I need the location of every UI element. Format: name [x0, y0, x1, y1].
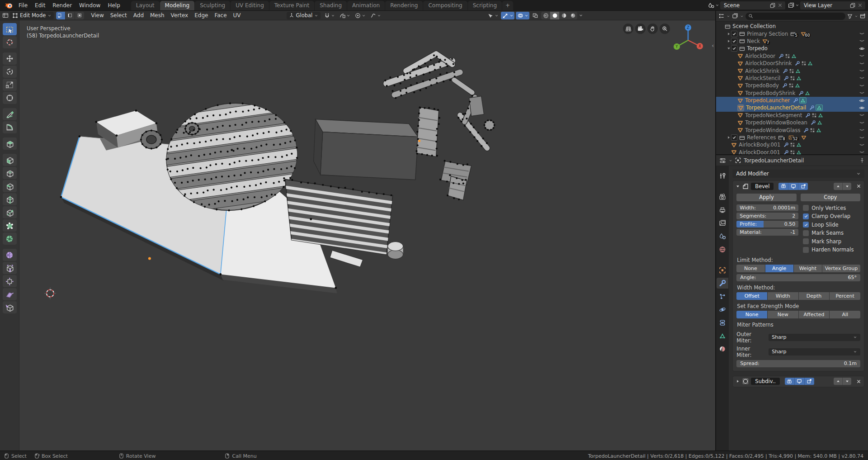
collection-checkbox[interactable] — [731, 31, 737, 37]
wrench-modifier-icon[interactable] — [809, 105, 815, 110]
outliner-search-input[interactable] — [745, 13, 845, 20]
mesh-ring-b[interactable] — [185, 123, 199, 135]
outer-miter-dropdown[interactable]: Sharp — [769, 334, 860, 341]
tool-shrink-fatten[interactable] — [3, 275, 17, 287]
tool-transform[interactable] — [3, 92, 17, 104]
outliner-row[interactable]: AirlockStencil — [716, 75, 868, 82]
mesh-data-icon[interactable] — [795, 68, 801, 74]
modifier-viewport-toggle[interactable] — [795, 378, 805, 385]
hidden-eye-icon[interactable] — [859, 120, 865, 126]
mesh-data-icon[interactable] — [816, 104, 823, 111]
tool-add-cube[interactable] — [3, 138, 17, 150]
workspace-tab-texture-paint[interactable]: Texture Paint — [269, 1, 314, 10]
collection-checkbox[interactable] — [731, 134, 737, 141]
visible-eye-icon[interactable] — [859, 46, 865, 52]
shading-solid-button[interactable] — [550, 12, 559, 19]
properties-tab-physics[interactable] — [717, 304, 728, 315]
tool-loop-cut[interactable] — [3, 193, 17, 205]
outliner-row[interactable]: Torpedo — [716, 45, 868, 52]
new-collection-icon[interactable] — [860, 13, 866, 19]
properties-tab-tool[interactable] — [717, 171, 728, 181]
proportional-edit-toggle[interactable] — [353, 12, 367, 19]
menu-window[interactable]: Window — [75, 1, 104, 9]
tree-caret-icon[interactable] — [726, 32, 731, 36]
hidden-eye-icon[interactable] — [859, 127, 865, 133]
outliner-row[interactable]: TorpedoWindowGlass — [716, 126, 868, 133]
mesh-cylinder[interactable] — [388, 242, 403, 259]
edge-select-mode-button[interactable] — [66, 12, 75, 19]
shading-material-button[interactable] — [559, 12, 568, 19]
zoom-view-button[interactable] — [660, 24, 670, 34]
properties-tab-material[interactable] — [717, 343, 728, 354]
inner-miter-dropdown[interactable]: Sharp — [769, 348, 860, 356]
gizmos-toggle[interactable] — [501, 12, 514, 19]
workspace-tab-compositing[interactable]: Compositing — [423, 1, 467, 10]
outliner-row[interactable]: Primary Section560 — [716, 30, 868, 37]
wrench-modifier-icon[interactable] — [783, 142, 789, 147]
mesh-box-dark[interactable] — [314, 119, 418, 180]
wrench-modifier-icon[interactable] — [798, 90, 804, 96]
viewport-menu-mesh[interactable]: Mesh — [147, 11, 168, 19]
outliner-row[interactable]: TorpedoBodyShrink — [716, 90, 868, 97]
workspace-tab-uv-editing[interactable]: UV Editing — [231, 1, 269, 10]
modifier-close-icon[interactable] — [856, 184, 861, 189]
mesh-data-icon[interactable] — [807, 61, 813, 66]
add-modifier-dropdown[interactable]: Add Modifier — [732, 170, 864, 178]
checkbox-only-vertices[interactable]: Only Vertices — [803, 205, 860, 211]
outliner-row[interactable]: AirlockDoor — [716, 52, 868, 60]
modifier-name-field[interactable]: Subdiv.. — [751, 378, 780, 385]
modifier-move-up-button[interactable] — [834, 378, 843, 385]
checkbox-box[interactable] — [803, 205, 809, 211]
hidden-eye-icon[interactable] — [859, 149, 865, 154]
viewport-menu-face[interactable]: Face — [211, 11, 230, 19]
value-field-material[interactable]: Material:-1 — [736, 229, 798, 236]
tool-move[interactable] — [3, 52, 17, 65]
option-depth[interactable]: Depth — [799, 292, 830, 300]
close-icon[interactable] — [856, 2, 863, 9]
tree-caret-icon[interactable] — [726, 39, 731, 43]
tool-edge-slide[interactable] — [3, 262, 17, 274]
tool-rotate[interactable] — [3, 66, 17, 78]
workspace-tab-rendering[interactable]: Rendering — [385, 1, 423, 10]
tool-scale[interactable] — [3, 79, 17, 91]
view-layer-name[interactable]: View Layer — [804, 2, 849, 9]
scene-name[interactable]: Scene — [724, 2, 769, 9]
hidden-eye-icon[interactable] — [859, 83, 865, 89]
visible-eye-icon[interactable] — [859, 98, 865, 104]
properties-tab-constraints[interactable] — [717, 317, 728, 328]
outliner-row[interactable]: TorpedoWindowBoolean — [716, 119, 868, 126]
modifier-move-up-button[interactable] — [834, 183, 843, 190]
option-none[interactable]: None — [736, 311, 767, 318]
angle-field[interactable]: Angle: 65° — [736, 274, 860, 281]
mesh-data-icon[interactable] — [818, 113, 823, 118]
option-all[interactable]: All — [830, 311, 860, 318]
properties-editor-icon[interactable] — [719, 157, 726, 164]
sidebar-collapse-arrow[interactable]: ‹ — [712, 42, 714, 49]
axis-gizmo[interactable]: Z X Y — [672, 24, 704, 57]
option-width[interactable]: Width — [768, 292, 798, 300]
wrench-modifier-icon[interactable] — [795, 61, 800, 66]
modifier-editmode-toggle[interactable] — [805, 378, 814, 385]
vertex-select-mode-button[interactable] — [56, 12, 66, 19]
checkbox-box[interactable] — [803, 222, 809, 228]
orientation-dropdown[interactable]: Global — [287, 12, 321, 19]
wrench-modifier-icon[interactable] — [782, 83, 788, 88]
value-field-segments[interactable]: Segments:2 — [736, 213, 798, 219]
mesh-data-icon[interactable] — [791, 53, 797, 59]
copy-icon[interactable] — [769, 2, 776, 9]
close-icon[interactable] — [776, 2, 783, 9]
collection-checkbox[interactable] — [731, 45, 737, 52]
mesh-data-icon[interactable] — [796, 76, 802, 81]
modifier-move-down-button[interactable] — [843, 183, 851, 190]
xray-toggle[interactable] — [531, 12, 540, 19]
tool-rip-region[interactable] — [3, 301, 17, 313]
outliner-row[interactable]: TorpedoLauncherDetail — [716, 104, 868, 111]
menu-edit[interactable]: Edit — [31, 1, 49, 9]
wrench-modifier-icon[interactable] — [803, 128, 809, 133]
outliner-row[interactable]: References852 — [716, 134, 868, 141]
editor-type-icon[interactable] — [2, 12, 9, 19]
mesh-data-icon[interactable] — [817, 120, 822, 125]
modifier-move-down-button[interactable] — [843, 378, 851, 385]
option-none[interactable]: None — [736, 265, 764, 272]
workspace-tab-scripting[interactable]: Scripting — [468, 1, 502, 10]
